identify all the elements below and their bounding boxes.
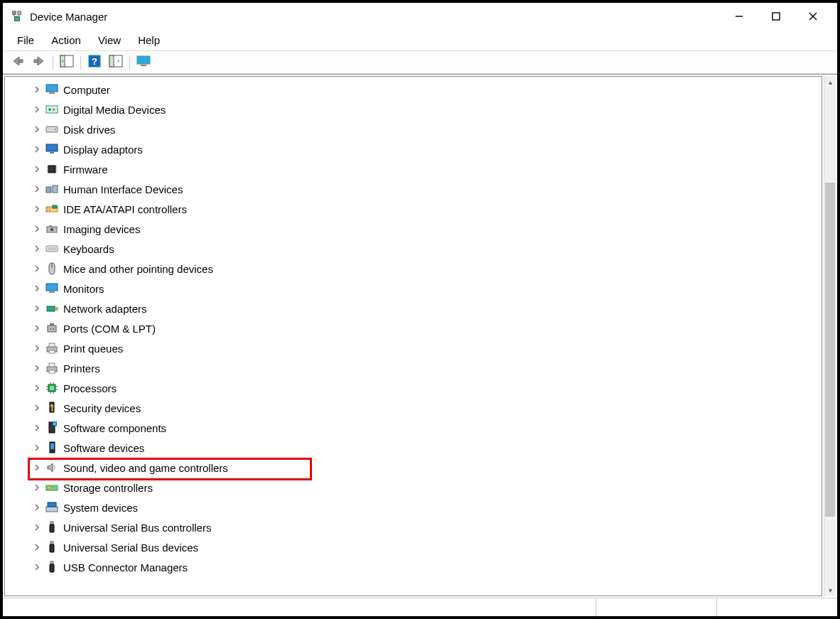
expand-chevron-icon[interactable] — [32, 124, 42, 134]
svg-rect-83 — [48, 502, 56, 507]
printer-icon — [45, 361, 59, 375]
device-tree-pane: ComputerDigital Media DevicesDisk drives… — [4, 76, 822, 596]
network-icon — [45, 301, 59, 316]
menu-action[interactable]: Action — [44, 31, 88, 49]
tree-node[interactable]: Security devices — [32, 398, 822, 418]
tree-node[interactable]: Universal Serial Bus controllers — [32, 517, 822, 537]
tree-node[interactable]: Processors — [32, 378, 822, 398]
svg-point-43 — [50, 228, 54, 232]
tree-node-label: Storage controllers — [63, 482, 153, 494]
title-bar: Device Manager — [3, 3, 837, 30]
svg-rect-2 — [14, 17, 19, 21]
menu-help[interactable]: Help — [131, 31, 167, 49]
expand-chevron-icon[interactable] — [32, 144, 42, 154]
tree-node[interactable]: Network adapters — [32, 298, 822, 318]
svg-rect-18 — [109, 55, 114, 67]
expand-chevron-icon[interactable] — [32, 85, 42, 95]
expand-chevron-icon[interactable] — [32, 483, 42, 492]
expand-chevron-icon[interactable] — [32, 303, 42, 313]
expand-chevron-icon[interactable] — [32, 204, 42, 214]
scan-hardware-button[interactable] — [106, 53, 126, 72]
expand-chevron-icon[interactable] — [32, 363, 42, 373]
expand-chevron-icon[interactable] — [32, 463, 42, 473]
monitor-icon — [45, 281, 59, 296]
tree-node-label: Universal Serial Bus controllers — [63, 522, 211, 534]
tree-node[interactable]: Universal Serial Bus devices — [32, 537, 822, 557]
toolbar-separator — [129, 55, 130, 70]
show-hide-tree-icon — [60, 55, 74, 70]
toolbar-separator — [80, 55, 81, 70]
tree-node[interactable]: Digital Media Devices — [32, 99, 822, 119]
tree-node[interactable]: USB Connector Managers — [32, 557, 822, 577]
tree-node[interactable]: Firmware — [32, 159, 822, 179]
usb-icon — [45, 540, 59, 554]
expand-chevron-icon[interactable] — [32, 443, 42, 453]
expand-chevron-icon[interactable] — [32, 104, 42, 114]
tree-node-label: Processors — [63, 382, 117, 394]
tree-node-label: Mice and other pointing devices — [63, 263, 213, 275]
svg-rect-89 — [50, 564, 54, 572]
app-icon — [10, 9, 24, 23]
scroll-up-arrow[interactable]: ▴ — [824, 76, 836, 88]
menu-view[interactable]: View — [91, 31, 128, 49]
expand-chevron-icon[interactable] — [32, 542, 42, 552]
monitor-button[interactable] — [134, 53, 154, 72]
tree-node[interactable]: Mice and other pointing devices — [32, 259, 822, 279]
expand-chevron-icon[interactable] — [32, 164, 42, 174]
scroll-down-arrow[interactable]: ▾ — [824, 584, 836, 596]
tree-node[interactable]: Ports (COM & LPT) — [32, 318, 822, 338]
tree-node-label: Universal Serial Bus devices — [63, 542, 198, 554]
close-button[interactable] — [795, 5, 831, 28]
minimize-button[interactable] — [721, 5, 758, 28]
tree-node[interactable]: Disk drives — [32, 119, 822, 139]
tree-node[interactable]: +Software components — [32, 418, 822, 438]
expand-chevron-icon[interactable] — [32, 323, 42, 333]
menu-file[interactable]: File — [10, 31, 41, 49]
scan-hardware-icon — [109, 55, 123, 70]
device-tree[interactable]: ComputerDigital Media DevicesDisk drives… — [5, 80, 822, 577]
tree-node[interactable]: Software devices — [32, 438, 822, 458]
scroll-thumb[interactable] — [825, 183, 835, 517]
tree-node[interactable]: Storage controllers — [32, 478, 822, 497]
expand-chevron-icon[interactable] — [32, 264, 42, 274]
help-button[interactable]: ? — [85, 53, 104, 72]
nav-forward-button[interactable] — [29, 53, 49, 72]
ide-icon — [45, 202, 59, 216]
expand-chevron-icon[interactable] — [32, 522, 42, 532]
expand-chevron-icon[interactable] — [32, 284, 42, 294]
svg-rect-19 — [137, 56, 150, 64]
expand-chevron-icon[interactable] — [32, 343, 42, 353]
svg-rect-29 — [48, 166, 55, 173]
tree-node-label: Imaging devices — [63, 223, 140, 235]
vertical-scrollbar[interactable]: ▴ ▾ — [824, 76, 836, 596]
tree-node[interactable]: Sound, video and game controllers — [32, 458, 822, 478]
camera-icon — [45, 222, 59, 236]
tree-node[interactable]: IDE ATA/ATAPI controllers — [32, 199, 822, 219]
expand-chevron-icon[interactable] — [32, 502, 42, 512]
expand-chevron-icon[interactable] — [32, 562, 42, 572]
expand-chevron-icon[interactable] — [32, 224, 42, 234]
expand-chevron-icon[interactable] — [32, 403, 42, 413]
maximize-button[interactable] — [758, 5, 795, 28]
system-icon — [45, 500, 59, 515]
show-hide-tree-button[interactable] — [57, 53, 77, 72]
tree-node-label: Security devices — [63, 402, 141, 414]
tree-node[interactable]: Display adaptors — [32, 139, 822, 159]
tree-node[interactable]: Human Interface Devices — [32, 179, 822, 199]
tree-node-label: Digital Media Devices — [63, 104, 166, 116]
expand-chevron-icon[interactable] — [32, 184, 42, 194]
svg-rect-79 — [50, 443, 54, 449]
tree-node[interactable]: Monitors — [32, 279, 822, 298]
tree-node[interactable]: Printers — [32, 358, 822, 378]
expand-chevron-icon[interactable] — [32, 383, 42, 393]
expand-chevron-icon[interactable] — [32, 423, 42, 433]
tree-node[interactable]: Imaging devices — [32, 219, 822, 239]
tree-node[interactable]: System devices — [32, 497, 822, 517]
tree-node[interactable]: Keyboards — [32, 239, 822, 259]
svg-rect-84 — [50, 522, 53, 524]
nav-back-button[interactable] — [8, 53, 28, 72]
tree-node[interactable]: Computer — [32, 80, 822, 99]
expand-chevron-icon[interactable] — [32, 244, 42, 254]
printer-icon — [45, 341, 59, 355]
tree-node[interactable]: Print queues — [32, 338, 822, 358]
